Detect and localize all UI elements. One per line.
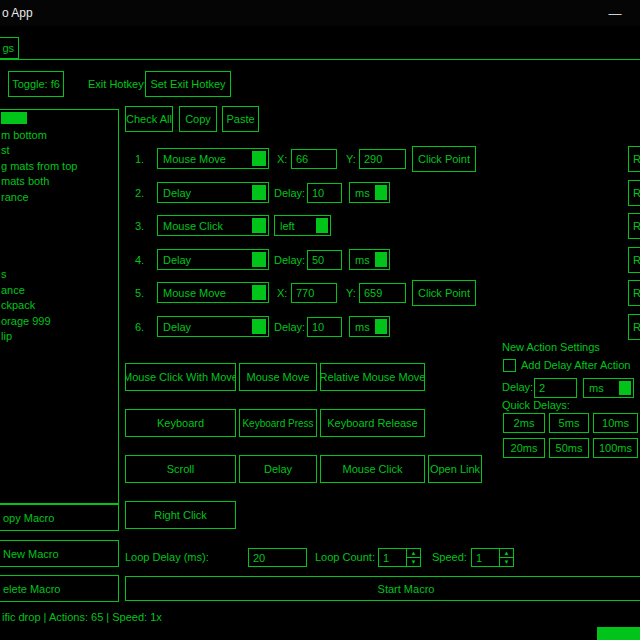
dropdown-arrow-icon[interactable] xyxy=(252,185,266,200)
remove-action-button[interactable]: R xyxy=(628,280,640,306)
delay-input[interactable] xyxy=(307,183,342,203)
spinner-arrows: ▲▼ xyxy=(406,549,420,566)
delay-label: Delay: xyxy=(274,247,305,273)
action-row-5: 5. Mouse Move X: Y: Click Point R xyxy=(0,280,640,306)
delay-unit-dropdown[interactable]: ms xyxy=(349,316,390,337)
action-type-dropdown[interactable]: Mouse Move xyxy=(157,148,269,169)
add-relative-mouse-move-button[interactable]: Relative Mouse Move xyxy=(320,363,425,391)
remove-label: R xyxy=(633,153,640,165)
dropdown-arrow-icon[interactable] xyxy=(252,252,266,267)
macro-list-item-selected[interactable] xyxy=(0,112,118,128)
copy-macro-button[interactable]: opy Macro xyxy=(0,504,119,531)
add-mouse-click-with-move-button[interactable]: Mouse Click With Move xyxy=(125,363,236,391)
click-point-button[interactable]: Click Point xyxy=(412,280,476,306)
resize-grip[interactable] xyxy=(597,627,640,640)
button-label: 10ms xyxy=(602,417,629,429)
dropdown-arrow-icon[interactable] xyxy=(619,381,631,395)
action-type-dropdown[interactable]: Delay xyxy=(157,249,269,270)
dropdown-arrow-icon[interactable] xyxy=(252,218,266,233)
button-label: Relative Mouse Move xyxy=(320,371,425,383)
toggle-hotkey-label: Toggle: f6 xyxy=(12,78,60,90)
quick-delay-20ms-button[interactable]: 20ms xyxy=(503,438,545,458)
set-exit-hotkey-button[interactable]: Set Exit Hotkey xyxy=(145,71,231,97)
open-link-button[interactable]: Open Link xyxy=(428,455,482,483)
button-label: Scroll xyxy=(167,463,195,475)
action-type-dropdown[interactable]: Mouse Move xyxy=(157,282,269,303)
quick-delay-2ms-button[interactable]: 2ms xyxy=(503,413,545,433)
action-row-1: 1. Mouse Move X: Y: Click Point R xyxy=(0,146,640,172)
remove-action-button[interactable]: R xyxy=(628,314,640,340)
dropdown-arrow-icon[interactable] xyxy=(252,285,266,300)
mouse-button-dropdown[interactable]: left xyxy=(274,215,331,236)
action-number: 5. xyxy=(135,280,144,306)
remove-label: R xyxy=(633,287,640,299)
y-input[interactable] xyxy=(359,283,406,303)
dropdown-arrow-icon[interactable] xyxy=(316,218,328,233)
click-point-button[interactable]: Click Point xyxy=(412,146,476,172)
dropdown-arrow-icon[interactable] xyxy=(375,319,387,334)
dropdown-arrow-icon[interactable] xyxy=(375,185,387,200)
spinner-arrows: ▲▼ xyxy=(499,549,513,566)
delay-input[interactable] xyxy=(307,250,342,270)
spinner-down-icon[interactable]: ▼ xyxy=(407,558,420,566)
button-label: New Macro xyxy=(3,548,59,560)
dropdown-arrow-icon[interactable] xyxy=(252,319,266,334)
delete-macro-button[interactable]: elete Macro xyxy=(0,575,119,602)
spinner-up-icon[interactable]: ▲ xyxy=(500,549,513,558)
add-mouse-move-button[interactable]: Mouse Move xyxy=(239,363,317,391)
add-right-click-button[interactable]: Right Click xyxy=(125,501,236,529)
loop-count-spinner[interactable]: 1 ▲▼ xyxy=(378,548,421,567)
button-label: opy Macro xyxy=(3,512,54,524)
action-type-dropdown[interactable]: Mouse Click xyxy=(157,215,269,236)
x-input[interactable] xyxy=(291,283,337,303)
settings-delay-input[interactable] xyxy=(534,378,577,398)
action-number: 6. xyxy=(135,314,144,340)
add-keyboard-press-button[interactable]: Keyboard Press xyxy=(239,409,317,437)
remove-action-button[interactable]: R xyxy=(628,213,640,239)
add-delay-after-action-checkbox[interactable] xyxy=(503,359,516,372)
button-label: Mouse Click With Move xyxy=(125,371,236,383)
copy-button[interactable]: Copy xyxy=(179,106,217,132)
quick-delay-5ms-button[interactable]: 5ms xyxy=(549,413,589,433)
delay-input[interactable] xyxy=(307,317,342,337)
spinner-up-icon[interactable]: ▲ xyxy=(407,549,420,558)
settings-delay-unit-dropdown[interactable]: ms xyxy=(583,378,634,398)
macro-list-item[interactable]: m bottom xyxy=(0,128,118,144)
start-macro-button[interactable]: Start Macro xyxy=(125,576,640,601)
action-type-dropdown[interactable]: Delay xyxy=(157,316,269,337)
button-label: Mouse Move xyxy=(247,371,310,383)
x-input[interactable] xyxy=(291,149,337,169)
add-mouse-click-button[interactable]: Mouse Click xyxy=(320,455,425,483)
new-macro-button[interactable]: New Macro xyxy=(0,540,119,567)
add-delay-button[interactable]: Delay xyxy=(239,455,317,483)
action-row-6: 6. Delay Delay: ms R xyxy=(0,314,640,340)
remove-action-button[interactable]: R xyxy=(628,180,640,206)
action-type-dropdown[interactable]: Delay xyxy=(157,182,269,203)
minimize-button[interactable]: — xyxy=(602,3,628,23)
button-label: Right Click xyxy=(154,509,207,521)
quick-delays-label: Quick Delays: xyxy=(502,399,570,411)
paste-button[interactable]: Paste xyxy=(222,106,259,132)
remove-action-button[interactable]: R xyxy=(628,247,640,273)
delay-unit-dropdown[interactable]: ms xyxy=(349,249,390,270)
quick-delay-50ms-button[interactable]: 50ms xyxy=(549,438,589,458)
toggle-hotkey-button[interactable]: Toggle: f6 xyxy=(8,71,64,97)
tab-settings[interactable]: gs xyxy=(0,37,19,59)
delay-unit-dropdown[interactable]: ms xyxy=(349,182,390,203)
y-input[interactable] xyxy=(359,149,406,169)
dropdown-arrow-icon[interactable] xyxy=(375,252,387,267)
remove-label: R xyxy=(633,220,640,232)
speed-spinner[interactable]: 1 ▲▼ xyxy=(471,548,514,567)
add-scroll-button[interactable]: Scroll xyxy=(125,455,236,483)
spinner-down-icon[interactable]: ▼ xyxy=(500,558,513,566)
add-keyboard-release-button[interactable]: Keyboard Release xyxy=(320,409,425,437)
dropdown-arrow-icon[interactable] xyxy=(252,151,266,166)
add-keyboard-button[interactable]: Keyboard xyxy=(125,409,236,437)
remove-action-button[interactable]: R xyxy=(628,146,640,172)
quick-delay-10ms-button[interactable]: 10ms xyxy=(593,413,638,433)
check-all-button[interactable]: Check All xyxy=(125,106,173,132)
loop-delay-input[interactable] xyxy=(248,548,307,567)
check-all-label: Check All xyxy=(126,113,172,125)
new-action-settings-title: New Action Settings xyxy=(502,341,600,353)
quick-delay-100ms-button[interactable]: 100ms xyxy=(593,438,638,458)
